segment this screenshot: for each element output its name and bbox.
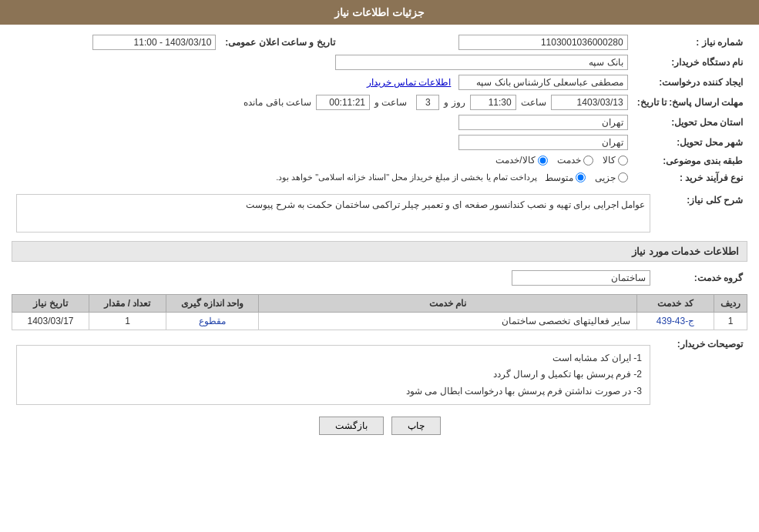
buyer-org-value: بانک سپه [12,52,633,72]
announce-value: 1403/03/10 - 11:00 [12,32,220,52]
description-text: عوامل اجرایی برای تهیه و نصب کندانسور صف… [246,199,645,210]
province-value: تهران [12,112,633,132]
need-number-field: 1103001036000280 [458,35,628,50]
remaining-time-field: 00:11:21 [316,95,370,110]
category-kala-khadamat-radio[interactable] [538,156,548,166]
page-wrapper: جزئیات اطلاعات نیاز شماره نیاز : 1103001… [0,0,759,532]
category-khadamat-label: خدمت [557,155,581,166]
category-kala-khadamat: کالا/خدمت [495,155,547,166]
creator-contact-link[interactable]: اطلاعات تماس خریدار [367,77,452,88]
print-button[interactable]: چاپ [391,417,441,435]
category-khadamat-radio[interactable] [583,156,593,166]
creator-value: مصطفی عباسعلی کارشناس بانک سپه اطلاعات ت… [12,72,633,92]
service-group-table: گروه خدمت: ساختمان [12,268,747,288]
city-label: شهر محل تحویل: [633,132,747,152]
category-kala-khadamat-label: کالا/خدمت [495,155,535,166]
row-code: ج-43-439 [637,312,714,330]
group-value-cell: ساختمان [12,268,655,288]
description-value-cell: عوامل اجرایی برای تهیه و نصب کندانسور صف… [12,192,655,235]
row-qty: 1 [89,312,166,330]
page-header: جزئیات اطلاعات نیاز [0,0,759,25]
category-kala: کالا [603,155,628,166]
process-jozi-radio[interactable] [618,172,628,182]
process-jozi: جزیی [595,172,628,183]
process-note: پرداخت تمام یا بخشی از مبلغ خریداز محل "… [276,172,537,182]
buyer-notes-table: توصیحات خریدار: 1- ایران کد مشابه است2- … [12,336,747,408]
process-motavasset: متوسط [545,172,586,183]
row-num: 1 [714,312,747,330]
deadline-row: 1403/03/13 ساعت 11:30 روز و 3 ساعت و 00:… [12,92,633,112]
category-khadamat: خدمت [557,155,593,166]
page-title: جزئیات اطلاعات نیاز [334,6,425,18]
table-row: 1 ج-43-439 سایر فعالیتهای تخصصی ساختمان … [12,312,747,330]
announce-label: تاریخ و ساعت اعلان عمومی: [220,32,350,52]
buyer-note-line: 3- در صورت نداشتن فرم پرسش بها درخواست ا… [25,383,642,400]
process-motavasset-radio[interactable] [576,172,586,182]
announce-field: 1403/03/10 - 11:00 [92,35,216,50]
description-label: شرح کلی نیاز: [655,192,747,235]
services-title: اطلاعات خدمات مورد نیاز [12,241,747,262]
row-unit: مقطوع [166,312,259,330]
deadline-label: مهلت ارسال پاسخ: تا تاریخ: [633,92,747,112]
buyer-note-line: 1- ایران کد مشابه است [25,350,642,367]
col-name: نام خدمت [259,294,637,312]
group-field: ساختمان [512,270,650,286]
process-label: نوع فرآیند خرید : [633,170,747,186]
description-table: شرح کلی نیاز: عوامل اجرایی برای تهیه و ن… [12,192,747,235]
deadline-time-label: ساعت [521,97,546,108]
deadline-days-field: 3 [416,95,439,110]
category-kala-radio[interactable] [618,156,628,166]
category-options: کالا خدمت کالا/خدمت [12,152,633,170]
buyer-notes-box: 1- ایران کد مشابه است2- فرم پرسش بها تکم… [16,345,650,406]
services-table: ردیف کد خدمت نام خدمت واحد اندازه گیری ت… [12,294,747,330]
deadline-days-label: روز و [444,97,465,108]
info-table: شماره نیاز : 1103001036000280 تاریخ و سا… [12,32,747,186]
remaining-label: ساعت باقی مانده [243,97,311,108]
province-field: تهران [458,115,628,130]
group-label: گروه خدمت: [655,268,747,288]
category-label: طبقه بندی موضوعی: [633,152,747,170]
main-content: شماره نیاز : 1103001036000280 تاریخ و سا… [0,25,759,452]
province-label: استان محل تحویل: [633,112,747,132]
remaining-time-label: ساعت و [374,97,407,108]
services-section: اطلاعات خدمات مورد نیاز گروه خدمت: ساختم… [12,241,747,330]
description-box: عوامل اجرایی برای تهیه و نصب کندانسور صف… [16,194,650,233]
process-row: جزیی متوسط پرداخت تمام یا بخشی از مبلغ خ… [12,170,633,186]
category-kala-label: کالا [603,155,616,166]
city-field: تهران [458,135,628,150]
city-value: تهران [12,132,633,152]
buyer-org-label: نام دستگاه خریدار: [633,52,747,72]
deadline-date-field: 1403/03/13 [551,95,628,110]
creator-label: ایجاد کننده درخواست: [633,72,747,92]
row-service-name: سایر فعالیتهای تخصصی ساختمان [259,312,637,330]
creator-field: مصطفی عباسعلی کارشناس بانک سپه [458,75,628,90]
need-number-label: شماره نیاز : [633,32,747,52]
buyer-org-field: بانک سپه [335,55,628,70]
col-row: ردیف [714,294,747,312]
need-number-value: 1103001036000280 [351,32,633,52]
process-jozi-label: جزیی [595,172,616,183]
buttons-row: چاپ بازگشت [12,417,747,435]
row-date: 1403/03/17 [12,312,89,330]
col-date: تاریخ نیاز [12,294,89,312]
col-unit: واحد اندازه گیری [166,294,259,312]
deadline-time-field: 11:30 [470,95,516,110]
col-qty: تعداد / مقدار [89,294,166,312]
buyer-notes-label: توصیحات خریدار: [655,336,747,408]
process-motavasset-label: متوسط [545,172,573,183]
buyer-notes-content: 1- ایران کد مشابه است2- فرم پرسش بها تکم… [12,336,655,408]
buyer-note-line: 2- فرم پرسش بها تکمیل و ارسال گردد [25,366,642,383]
col-code: کد خدمت [637,294,714,312]
back-button[interactable]: بازگشت [319,417,384,435]
